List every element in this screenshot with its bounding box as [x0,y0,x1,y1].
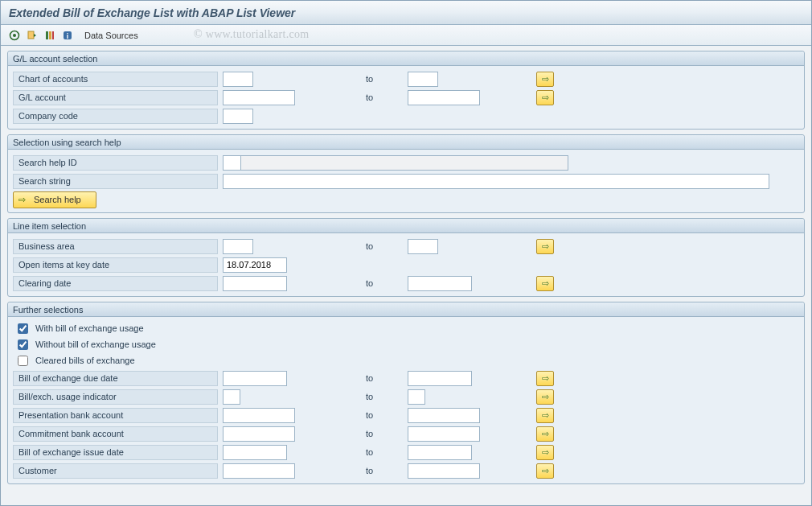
clearing-date-to-input[interactable] [408,276,472,291]
label-usage-indicator: Bill/exch. usage indicator [13,389,218,405]
to-label: to [311,447,408,457]
cleared-checkbox[interactable] [18,356,28,366]
search-help-button[interactable]: ⇨ Search help [13,191,96,208]
chart-of-accounts-from-input[interactable] [223,72,253,87]
to-label: to [311,466,408,475]
customer-from-input[interactable] [223,463,295,479]
row-presentation-bank: Presentation bank account to [13,406,799,424]
row-cleared: Cleared bills of exchange [13,352,799,368]
label-presentation-bank: Presentation bank account [13,408,218,423]
label-issue-date: Bill of exchange issue date [13,445,218,460]
row-usage-indicator: Bill/exch. usage indicator to [13,388,799,405]
info-icon[interactable]: i [60,28,75,43]
label-customer: Customer [13,463,218,479]
commitment-bank-to-input[interactable] [408,426,480,442]
row-search-help-id: Search help ID [13,154,799,171]
selection-options-icon[interactable] [43,28,57,43]
due-date-to-input[interactable] [408,371,472,386]
label-business-area: Business area [13,239,218,254]
row-chart-of-accounts: Chart of accounts to [13,70,799,88]
content-area: G/L account selection Chart of accounts … [1,46,811,505]
usage-indicator-multi-button[interactable] [536,389,554,405]
group-header: Selection using search help [8,135,804,150]
gl-account-from-input[interactable] [223,90,295,105]
label-gl-account: G/L account [13,90,218,105]
company-code-input[interactable] [223,109,253,124]
usage-indicator-from-input[interactable] [223,389,240,405]
row-customer: Customer to [13,462,799,479]
label-without-usage: Without bill of exchange usage [35,339,156,349]
group-search-help: Selection using search help Search help … [7,134,805,213]
variant-icon[interactable] [25,28,39,43]
row-company-code: Company code [13,107,799,125]
row-search-string: Search string [13,172,799,190]
to-label: to [311,93,408,102]
usage-indicator-to-input[interactable] [408,389,425,405]
row-clearing-date: Clearing date to [13,274,799,292]
label-due-date: Bill of exchange due date [13,371,218,386]
issue-date-to-input[interactable] [408,445,472,460]
search-help-id-desc [240,155,568,171]
row-issue-date: Bill of exchange issue date to [13,443,799,461]
presentation-bank-multi-button[interactable] [536,408,554,423]
chart-of-accounts-multi-button[interactable] [536,72,554,87]
to-label: to [311,241,408,251]
customer-to-input[interactable] [408,463,480,479]
clearing-date-from-input[interactable] [223,276,287,291]
to-label: to [311,373,408,383]
business-area-to-input[interactable] [408,239,438,254]
label-search-help-id: Search help ID [13,155,218,171]
search-string-input[interactable] [223,174,769,189]
group-further-selections: Further selections With bill of exchange… [7,302,805,484]
svg-rect-2 [28,31,34,39]
presentation-bank-from-input[interactable] [223,408,295,423]
label-open-items: Open items at key date [13,257,218,273]
customer-multi-button[interactable] [536,463,554,479]
issue-date-multi-button[interactable] [536,445,554,460]
gl-account-multi-button[interactable] [536,90,554,105]
gl-account-to-input[interactable] [408,90,480,105]
issue-date-from-input[interactable] [223,445,287,460]
group-header: G/L account selection [8,51,804,66]
open-items-date-input[interactable] [223,257,287,273]
row-open-items: Open items at key date [13,256,799,274]
group-line-item: Line item selection Business area to Ope… [7,218,805,297]
chart-of-accounts-to-input[interactable] [408,72,438,87]
commitment-bank-from-input[interactable] [223,426,295,442]
to-label: to [311,74,408,84]
label-commitment-bank: Commitment bank account [13,426,218,442]
without-usage-checkbox[interactable] [18,339,28,350]
row-gl-account: G/L account to [13,88,799,106]
label-chart-of-accounts: Chart of accounts [13,72,218,87]
due-date-from-input[interactable] [223,371,287,386]
group-header: Further selections [8,302,804,317]
execute-icon[interactable] [7,28,22,43]
to-label: to [311,429,408,438]
with-usage-checkbox[interactable] [18,323,28,334]
row-commitment-bank: Commitment bank account to [13,425,799,442]
business-area-from-input[interactable] [223,239,253,254]
due-date-multi-button[interactable] [536,371,554,386]
commitment-bank-multi-button[interactable] [536,426,554,442]
arrow-right-icon: ⇨ [18,195,26,205]
svg-rect-3 [46,31,48,39]
presentation-bank-to-input[interactable] [408,408,480,423]
row-with-usage: With bill of exchange usage [13,320,799,336]
search-help-id-input[interactable] [223,155,240,171]
watermark: © www.tutorialkart.com [194,28,309,41]
toolbar: i Data Sources © www.tutorialkart.com [1,25,811,46]
to-label: to [311,410,408,420]
data-sources-button[interactable]: Data Sources [84,31,138,40]
row-business-area: Business area to [13,237,799,255]
app-window: Extended Bill of Exchange List with ABAP… [0,0,812,506]
row-due-date: Bill of exchange due date to [13,369,799,387]
group-header: Line item selection [8,219,804,233]
to-label: to [311,392,408,401]
clearing-date-multi-button[interactable] [536,276,554,291]
business-area-multi-button[interactable] [536,239,554,254]
row-without-usage: Without bill of exchange usage [13,336,799,352]
search-help-button-label: Search help [34,195,81,204]
svg-text:i: i [67,32,69,40]
svg-rect-5 [52,31,54,39]
titlebar: Extended Bill of Exchange List with ABAP… [1,1,811,25]
